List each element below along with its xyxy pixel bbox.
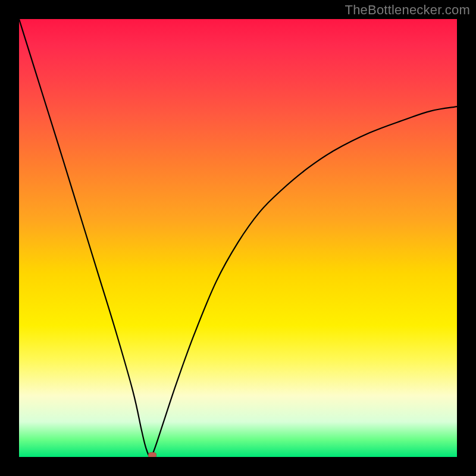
plot-area — [19, 19, 457, 457]
optimal-point-marker — [148, 452, 156, 457]
bottleneck-curve — [19, 19, 457, 457]
chart-frame: TheBottlenecker.com — [0, 0, 476, 476]
watermark-text: TheBottlenecker.com — [345, 2, 470, 18]
